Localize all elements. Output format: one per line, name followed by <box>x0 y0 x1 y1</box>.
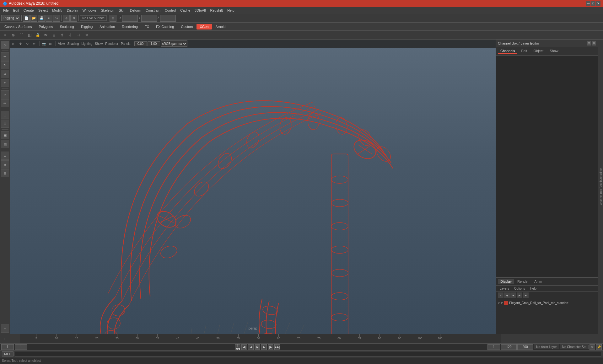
cmd-input[interactable] <box>15 351 601 357</box>
icon-lock[interactable]: 🔒 <box>34 32 41 39</box>
toolbar-select[interactable]: ⊹ <box>63 15 70 22</box>
max-frame-field[interactable]: 200 <box>517 344 533 350</box>
menu-item-edit[interactable]: Edit <box>11 8 21 13</box>
menu-item-cache[interactable]: Cache <box>178 8 192 13</box>
vp-move[interactable]: ✛ <box>18 40 24 47</box>
close-button[interactable]: ✕ <box>596 1 600 6</box>
menu-item-windows[interactable]: Windows <box>81 8 99 13</box>
gamma-selector[interactable]: sRGB gamma <box>161 40 187 47</box>
snap-tool[interactable]: ⊞ <box>1 120 9 128</box>
tab-sculpting[interactable]: Sculpting <box>57 24 77 29</box>
vp-panels[interactable]: Renderer <box>104 40 119 47</box>
toolbar-save[interactable]: 💾 <box>38 15 45 22</box>
toolbar-grid[interactable]: ⊞ <box>110 15 116 22</box>
camera-tool[interactable]: ⊡ <box>1 111 9 119</box>
menu-item-deform[interactable]: Deform <box>128 8 143 13</box>
paint-tool[interactable]: ✏ <box>1 99 9 107</box>
viewport[interactable]: ▷ ✛ ↻ ⇔ 📷 ⊞ View Shading Lighting Show R… <box>10 40 496 334</box>
menu-item-help[interactable]: Help <box>225 8 236 13</box>
x-field[interactable] <box>122 15 138 22</box>
play-btn[interactable]: ▶ <box>255 344 260 350</box>
layer-tab-display[interactable]: Display <box>498 279 514 284</box>
select-tool[interactable]: ▷ <box>1 41 9 49</box>
menu-item-create[interactable]: Create <box>22 8 36 13</box>
layer-tab-render[interactable]: Render <box>515 279 531 284</box>
vp-scale[interactable]: ⇔ <box>32 40 38 47</box>
icon-parent[interactable]: ⇧ <box>58 32 66 39</box>
move-tool[interactable]: ✛ <box>1 52 9 61</box>
menu-item-control[interactable]: Control <box>163 8 178 13</box>
icon-unparent[interactable]: ⇩ <box>67 32 74 39</box>
end-frame-field[interactable]: 120 <box>501 344 517 350</box>
menu-item-display[interactable]: Display <box>65 8 80 13</box>
render-btn[interactable]: ▣ <box>1 131 9 139</box>
layer-tab-anim[interactable]: Anim <box>532 279 545 284</box>
menu-item-skin[interactable]: Skin <box>117 8 127 13</box>
graph-btn[interactable]: ⊞ <box>1 169 9 177</box>
scale-tool[interactable]: ⇔ <box>1 70 9 78</box>
no-char-set[interactable]: No Character Set <box>560 345 589 349</box>
menu-item-3dtoall[interactable]: 3DtoAll <box>193 8 207 13</box>
ipr-btn[interactable]: ▤ <box>1 140 9 148</box>
workspace-selector[interactable]: Rigging <box>1 15 20 21</box>
layer-sub-layers[interactable]: Layers <box>498 286 511 291</box>
more-btn[interactable]: + <box>1 324 9 333</box>
toolbar-undo[interactable]: ↩ <box>46 15 52 22</box>
icon-mirror[interactable]: ⊣ <box>75 32 82 39</box>
tab-fx[interactable]: FX <box>142 24 152 29</box>
icon-curve[interactable]: ⌒ <box>18 32 25 39</box>
tab-rigging[interactable]: Rigging <box>78 24 96 29</box>
anim-key-btn[interactable]: 🔑 <box>596 344 602 350</box>
start-frame[interactable]: 1 <box>1 344 14 350</box>
no-anim-layer[interactable]: No Anim Layer <box>534 345 559 349</box>
minimize-button[interactable]: — <box>586 1 590 6</box>
vp-select[interactable]: ▷ <box>11 40 18 47</box>
menu-item-redshift[interactable]: Redshift <box>208 8 225 13</box>
step-fwd-btn[interactable]: ▶ <box>261 344 267 350</box>
layer-fwd2-btn[interactable]: ▶ <box>523 292 529 298</box>
toolbar-redo[interactable]: ↪ <box>53 15 60 22</box>
layer-add-btn[interactable]: + <box>498 292 503 298</box>
skip-start-btn[interactable]: |◀◀ <box>235 344 240 350</box>
z-field[interactable] <box>160 15 176 22</box>
anim-prefs-btn[interactable]: ⚙ <box>590 344 595 350</box>
vp-camera[interactable]: 📷 <box>41 40 47 47</box>
prev-key-btn[interactable]: ◀| <box>241 344 247 350</box>
rotate-tool[interactable]: ↻ <box>1 61 9 69</box>
icon-group[interactable]: ⊞ <box>50 32 58 39</box>
layer-sub-options[interactable]: Options <box>512 286 527 291</box>
hypershade-btn[interactable]: ◈ <box>1 160 9 169</box>
menu-item-skeleton[interactable]: Skeleton <box>99 8 116 13</box>
tab-rendering[interactable]: Rendering <box>119 24 141 29</box>
layer-fwd-btn[interactable]: ▶ <box>517 292 522 298</box>
tab-xgen[interactable]: XGen <box>197 24 212 29</box>
vp-rotate[interactable]: ↻ <box>25 40 31 47</box>
menu-item-constrain[interactable]: Constrain <box>144 8 162 13</box>
menu-item-select[interactable]: Select <box>36 8 50 13</box>
vp-show[interactable]: Lighting <box>80 40 93 47</box>
toolbar-open[interactable]: 📂 <box>30 15 37 22</box>
layer-btn[interactable]: ≡ <box>1 152 9 160</box>
timeline-ruler[interactable]: 5101520253035404550556065707580859095100… <box>20 334 501 343</box>
cb-tab-show[interactable]: Show <box>547 48 561 54</box>
current-frame-right[interactable]: 1 <box>487 344 500 350</box>
icon-hide[interactable]: 👁 <box>42 32 50 39</box>
icon-transform[interactable]: ⊕ <box>9 32 17 39</box>
skip-end-btn[interactable]: ▶▶| <box>274 344 280 350</box>
multi-tool[interactable]: ✦ <box>1 79 9 87</box>
vp-renderer[interactable]: Show <box>94 40 104 47</box>
cb-close-btn[interactable]: ✕ <box>592 41 596 46</box>
vp-panels2[interactable]: Panels <box>120 40 132 47</box>
cb-tab-channels[interactable]: Channels <box>498 48 517 54</box>
cb-float-btn[interactable]: ⊞ <box>587 41 591 46</box>
menu-item-modify[interactable]: Modify <box>50 8 64 13</box>
tab-custom[interactable]: Custom <box>178 24 196 29</box>
vp-shading[interactable]: View <box>57 40 66 47</box>
tab-arnold[interactable]: Arnold <box>213 24 229 29</box>
soft-select[interactable]: ○ <box>1 90 9 99</box>
current-frame-left[interactable]: 1 <box>15 344 27 350</box>
vp-grid[interactable]: ⊞ <box>48 40 54 47</box>
icon-x[interactable]: ✕ <box>83 32 90 39</box>
vp-lighting[interactable]: Shading <box>67 40 80 47</box>
next-key-btn[interactable]: |▶ <box>268 344 273 350</box>
